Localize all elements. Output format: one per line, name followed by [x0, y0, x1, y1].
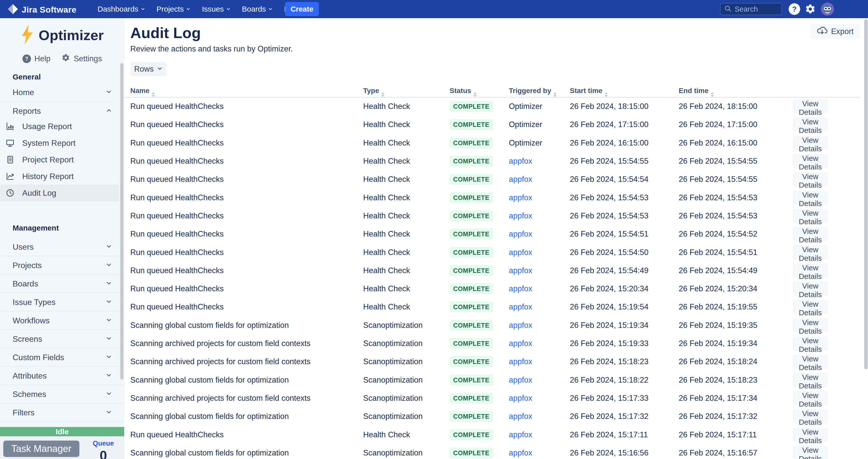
- sidebar-scrollbar[interactable]: [120, 63, 124, 379]
- view-details-button[interactable]: View Details: [793, 373, 828, 387]
- sidebar-item-usage-report[interactable]: Usage Report: [0, 118, 124, 135]
- column-header-status[interactable]: Status: [450, 86, 476, 95]
- sidebar-item-custom-fields[interactable]: Custom Fields: [0, 348, 124, 367]
- status-badge: COMPLETE: [450, 156, 493, 167]
- view-details-button[interactable]: View Details: [793, 391, 828, 405]
- triggered-by-link[interactable]: appfox: [509, 284, 532, 293]
- column-header-triggered-by[interactable]: Triggered by: [509, 86, 557, 95]
- sidebar-settings-button[interactable]: Settings: [62, 54, 102, 64]
- sidebar-item-audit-log[interactable]: Audit Log: [0, 184, 119, 201]
- view-details-button[interactable]: View Details: [793, 191, 828, 205]
- view-details-button[interactable]: View Details: [793, 428, 828, 442]
- search-input[interactable]: Search: [720, 3, 782, 15]
- nav-item-projects[interactable]: Projects: [156, 5, 191, 13]
- status-badge: COMPLETE: [450, 192, 493, 203]
- triggered-by-link[interactable]: appfox: [509, 430, 532, 439]
- column-header-type[interactable]: Type: [363, 86, 384, 95]
- sidebar-item-users[interactable]: Users: [0, 238, 124, 256]
- nav-item-boards[interactable]: Boards: [242, 5, 273, 13]
- view-details-button[interactable]: View Details: [793, 209, 828, 223]
- row-type: Health Check: [363, 156, 410, 166]
- column-header-start-time[interactable]: Start time: [570, 86, 608, 95]
- table-row: Run queued HealthChecks Health Check COM…: [124, 97, 868, 115]
- view-details-button[interactable]: View Details: [793, 354, 828, 369]
- sidebar-help-button[interactable]: ? Help: [23, 54, 51, 63]
- sidebar-item-boards[interactable]: Boards: [0, 275, 124, 293]
- column-header-name[interactable]: Name: [130, 86, 155, 95]
- view-details-button[interactable]: View Details: [793, 300, 828, 314]
- sidebar-item-system-report[interactable]: System Report: [0, 135, 124, 151]
- view-details-button[interactable]: View Details: [793, 263, 828, 278]
- jira-brand[interactable]: Jira Software: [7, 3, 76, 16]
- triggered-by-link[interactable]: appfox: [509, 449, 532, 458]
- sidebar-item-reports[interactable]: Reports: [0, 102, 124, 120]
- sidebar-item-project-report[interactable]: Project Report: [0, 151, 124, 168]
- triggered-by-link[interactable]: appfox: [509, 412, 532, 421]
- view-details-button[interactable]: View Details: [793, 136, 828, 150]
- triggered-by-link[interactable]: appfox: [509, 375, 532, 384]
- sidebar-item-projects[interactable]: Projects: [0, 256, 124, 275]
- sort-icon: [711, 92, 714, 97]
- row-name: Run queued HealthChecks: [130, 139, 224, 147]
- sidebar-item-home[interactable]: Home: [0, 83, 124, 102]
- management-heading: Management: [12, 224, 59, 232]
- triggered-by-link[interactable]: appfox: [509, 321, 532, 330]
- triggered-by-link[interactable]: appfox: [509, 248, 532, 257]
- page-scrollbar[interactable]: [864, 19, 868, 369]
- sidebar-item-schemes[interactable]: Schemes: [0, 385, 124, 403]
- triggered-by-link[interactable]: appfox: [509, 193, 532, 202]
- sidebar-item-issue-types[interactable]: Issue Types: [0, 293, 124, 312]
- table-row: Scanning archived projects for custom fi…: [124, 335, 868, 352]
- gear-icon[interactable]: [805, 3, 816, 15]
- status-badge: COMPLETE: [450, 174, 493, 185]
- help-icon[interactable]: ?: [788, 3, 800, 15]
- nav-item-dashboards[interactable]: Dashboards: [97, 5, 146, 13]
- triggered-by-link[interactable]: appfox: [509, 394, 532, 403]
- nav-item-issues[interactable]: Issues: [202, 5, 231, 13]
- sidebar-item-history-report[interactable]: History Report: [0, 168, 124, 184]
- chevron-down-icon: [105, 335, 112, 343]
- monitor-icon: [5, 139, 14, 147]
- bar-chart-icon: [5, 122, 14, 131]
- view-details-button[interactable]: View Details: [793, 172, 828, 187]
- view-details-button[interactable]: View Details: [793, 337, 828, 350]
- triggered-by-link[interactable]: appfox: [509, 339, 532, 348]
- row-start-time: 26 Feb 2024, 15:17:11: [570, 430, 648, 439]
- sidebar-item-screens[interactable]: Screens: [0, 330, 124, 348]
- view-details-button[interactable]: View Details: [793, 282, 828, 296]
- rows-dropdown[interactable]: Rows: [130, 62, 166, 76]
- create-button[interactable]: Create: [285, 2, 319, 16]
- view-details-button[interactable]: View Details: [793, 318, 828, 333]
- view-details-button[interactable]: View Details: [793, 227, 828, 241]
- sidebar-item-attributes[interactable]: Attributes: [0, 367, 124, 385]
- user-avatar[interactable]: [821, 2, 834, 16]
- row-status: COMPLETE: [450, 174, 493, 185]
- triggered-by-link[interactable]: appfox: [509, 156, 532, 166]
- view-details-button[interactable]: View Details: [793, 446, 828, 459]
- triggered-by-link[interactable]: appfox: [509, 266, 532, 275]
- triggered-by-link[interactable]: appfox: [509, 303, 532, 312]
- status-badge: COMPLETE: [450, 374, 493, 385]
- view-details-button[interactable]: View Details: [793, 117, 828, 132]
- cloud-download-icon: [817, 26, 828, 37]
- app-root: Jira Software DashboardsProjectsIssuesBo…: [0, 0, 868, 459]
- view-details-button[interactable]: View Details: [793, 246, 828, 259]
- export-button[interactable]: Export: [810, 24, 860, 39]
- view-details-button[interactable]: View Details: [793, 99, 828, 114]
- triggered-by-link[interactable]: appfox: [509, 175, 532, 184]
- table-row: Scanning archived projects for custom fi…: [124, 389, 868, 407]
- row-type: Scanoptimization: [363, 357, 423, 366]
- status-badge: COMPLETE: [450, 448, 493, 458]
- sidebar-item-workflows[interactable]: Workflows: [0, 312, 124, 330]
- chevron-down-icon: [186, 5, 191, 13]
- task-manager-button[interactable]: Task Manager: [3, 440, 80, 457]
- row-start-time: 26 Feb 2024, 15:20:34: [570, 284, 649, 293]
- triggered-by-link[interactable]: appfox: [509, 211, 532, 221]
- sidebar-item-filters[interactable]: Filters: [0, 403, 124, 422]
- triggered-by-link[interactable]: appfox: [509, 229, 532, 238]
- view-details-button[interactable]: View Details: [793, 409, 828, 424]
- view-details-button[interactable]: View Details: [793, 154, 828, 168]
- triggered-by-link[interactable]: appfox: [509, 357, 532, 366]
- chevron-down-icon: [105, 391, 112, 398]
- column-header-end-time[interactable]: End time: [679, 86, 714, 95]
